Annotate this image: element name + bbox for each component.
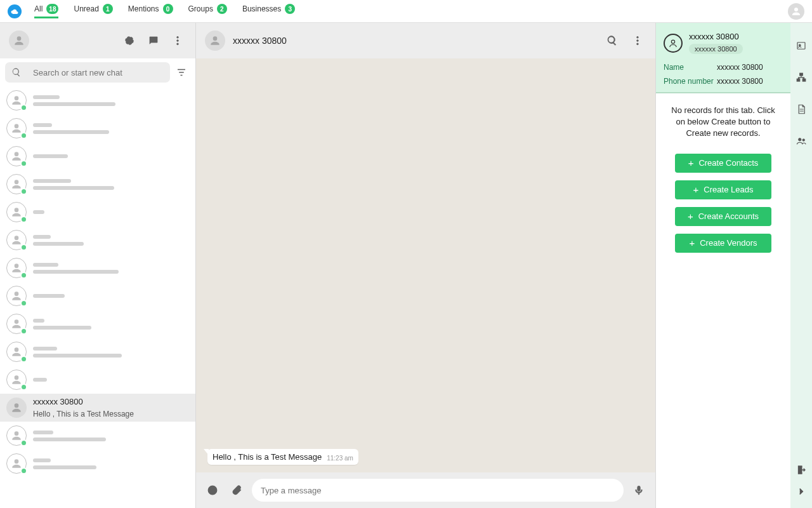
plus-icon: + [688,158,694,168]
no-records-text: No records for this tab. Click on below … [666,105,780,140]
record-body: No records for this tab. Click on below … [656,93,790,508]
record-header: xxxxxx 30800 xxxxxx 30800 [660,27,787,60]
svg-point-0 [126,37,133,44]
svg-point-17 [802,139,805,142]
conversation-avatar[interactable] [205,30,225,51]
svg-point-10 [671,40,674,43]
mic-icon[interactable] [630,481,648,499]
compose-input[interactable] [261,486,615,495]
tab-badge: 18 [46,4,58,14]
svg-point-2 [177,40,179,42]
search-box[interactable] [5,62,170,83]
svg-point-16 [799,138,802,142]
org-chart-icon[interactable] [794,70,809,85]
tab-label: Businesses [242,4,281,13]
tab-businesses[interactable]: Businesses 3 [242,4,295,18]
top-tabs-bar: All 18 Unread 1 Mentions 0 Groups 2 Busi… [0,0,812,23]
svg-rect-14 [797,79,800,81]
document-icon[interactable] [794,102,809,117]
tab-badge: 2 [217,4,227,14]
list-item[interactable] [0,170,195,198]
list-item[interactable] [0,86,195,114]
person-icon [10,401,23,414]
svg-point-4 [637,36,639,38]
create-contacts-button[interactable]: +Create Contacts [675,154,771,173]
chat-list[interactable]: xxxxxx 30800 Hello , This is a Test Mess… [0,86,195,508]
conversation-title: xxxxxx 30800 [233,36,287,46]
list-item[interactable] [0,450,195,478]
side-rail [790,23,812,508]
list-item[interactable] [0,282,195,310]
tab-all[interactable]: All 18 [34,4,58,18]
tab-unread[interactable]: Unread 1 [74,4,112,18]
tab-badge: 1 [103,4,113,14]
chat-avatar [6,398,27,418]
svg-point-1 [177,36,179,38]
cloud-icon [11,8,18,15]
svg-rect-13 [800,73,803,76]
svg-rect-11 [797,43,805,50]
record-name: xxxxxx 30800 [689,32,739,41]
svg-point-12 [799,44,801,46]
list-item[interactable] [0,114,195,142]
list-item[interactable] [0,422,195,450]
status-icon[interactable] [121,32,138,50]
search-input[interactable] [33,68,164,77]
chat-subtitle: Hello , This is a Test Message [33,410,189,418]
person-icon [209,34,221,47]
svg-point-5 [637,40,639,42]
svg-point-3 [177,43,179,45]
conversation-header: xxxxxx 30800 [196,23,655,58]
svg-point-8 [211,489,212,490]
filter-icon[interactable] [173,64,190,81]
chevron-right-icon[interactable] [794,484,809,499]
field-label: Name [664,63,717,72]
list-item[interactable] [0,226,195,254]
svg-rect-15 [802,79,806,81]
plus-icon: + [693,185,699,194]
list-item-selected[interactable]: xxxxxx 30800 Hello , This is a Test Mess… [0,394,195,422]
message-area[interactable]: Hello , This is a Test Message 11:23 am [196,58,655,472]
new-chat-icon[interactable] [145,32,162,50]
profile-avatar[interactable] [788,3,804,20]
search-icon [11,67,22,77]
people-icon[interactable] [794,133,809,149]
search-conversation-icon[interactable] [603,32,621,50]
emoji-icon[interactable] [204,481,221,499]
field-phone: Phone number xxxxxx 30800 [660,74,787,88]
field-name: Name xxxxxx 30800 [660,60,787,74]
svg-point-6 [637,43,639,45]
svg-point-7 [208,486,217,495]
menu-dots-icon[interactable] [169,32,187,50]
tab-list: All 18 Unread 1 Mentions 0 Groups 2 Busi… [34,4,295,18]
logout-icon[interactable] [794,462,809,478]
list-item[interactable] [0,366,195,394]
create-vendors-button[interactable]: +Create Vendors [675,234,771,253]
attach-icon[interactable] [228,481,246,499]
record-avatar [664,34,683,53]
create-accounts-button[interactable]: +Create Accounts [675,207,771,226]
tab-label: Mentions [128,4,159,13]
field-value: xxxxxx 30800 [717,77,763,86]
chat-list-panel: xxxxxx 30800 Hello , This is a Test Mess… [0,23,195,508]
tab-groups[interactable]: Groups 2 [188,4,227,18]
chat-title: xxxxxx 30800 [33,397,189,406]
list-item[interactable] [0,338,195,366]
list-item[interactable] [0,254,195,282]
list-item[interactable] [0,198,195,226]
search-row [0,58,195,86]
person-icon [790,6,802,17]
contact-card-icon[interactable] [794,38,809,53]
app-logo [8,4,22,18]
conversation-menu-icon[interactable] [629,32,646,50]
tab-label: Unread [74,4,98,13]
tab-mentions[interactable]: Mentions 0 [128,4,173,18]
my-avatar[interactable] [9,30,29,51]
tab-label: Groups [188,4,213,13]
list-item[interactable] [0,142,195,170]
compose-box[interactable] [252,479,624,502]
chat-list-header [0,23,195,58]
list-item[interactable] [0,310,195,338]
person-icon [13,34,25,47]
create-leads-button[interactable]: +Create Leads [675,180,771,199]
